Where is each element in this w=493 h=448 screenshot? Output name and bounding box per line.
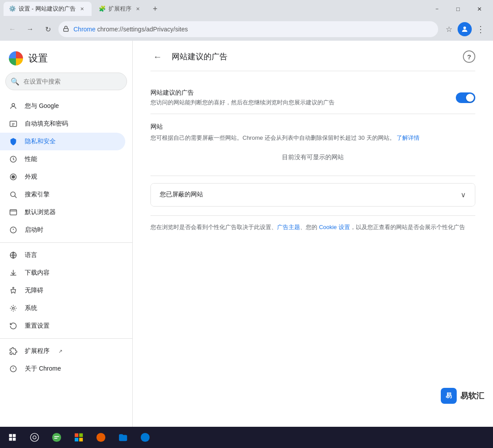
svg-point-24 [33, 436, 36, 439]
settings-tab-title: 设置 - 网站建议的广告 [19, 5, 76, 13]
sidebar-item-accessibility-label: 无障碍 [25, 287, 43, 295]
tab-extensions[interactable]: 🧩 扩展程序 ✕ [93, 2, 147, 16]
lock-icon [63, 26, 69, 33]
startup-icon [9, 226, 18, 234]
maximize-button[interactable]: □ [448, 2, 468, 16]
sidebar-item-privacy[interactable]: 隐私和安全 [0, 133, 125, 150]
settings-panel: ← 网站建议的广告 ? 网站建议的广告 您访问的网站能判断您的喜好，然后在您继续… [133, 41, 493, 241]
close-button[interactable]: ✕ [469, 2, 489, 16]
sidebar-item-extensions[interactable]: 扩展程序 ↗ [0, 342, 125, 360]
sidebar-item-performance[interactable]: 性能 [0, 150, 125, 168]
default-browser-icon [9, 208, 18, 217]
downloads-icon [9, 268, 18, 277]
svg-rect-22 [13, 438, 16, 441]
svg-point-30 [96, 433, 105, 442]
sidebar-item-startup-label: 启动时 [25, 226, 43, 234]
sidebar-divider-2 [0, 338, 132, 339]
chevron-down-icon: ∨ [461, 191, 466, 199]
svg-rect-9 [10, 210, 17, 215]
search-icon: 🔍 [11, 77, 19, 86]
search-input[interactable] [5, 73, 127, 90]
refresh-button[interactable]: ↻ [41, 22, 55, 36]
new-tab-button[interactable]: + [149, 3, 162, 15]
svg-rect-28 [75, 438, 78, 441]
help-button[interactable]: ? [463, 50, 475, 63]
learn-more-link[interactable]: 了解详情 [397, 134, 420, 141]
address-container[interactable]: Chrome chrome://settings/adPrivacy/sites [58, 21, 438, 37]
taskbar-files[interactable] [112, 428, 134, 447]
bookmark-button[interactable]: ☆ [442, 22, 456, 36]
taskbar-start[interactable] [2, 428, 23, 447]
ad-topics-link[interactable]: 广告主题 [277, 224, 300, 230]
sidebar-item-search[interactable]: 搜索引擎 [0, 186, 125, 203]
settings-tab-close[interactable]: ✕ [78, 5, 86, 13]
address-input[interactable]: Chrome chrome://settings/adPrivacy/sites [58, 21, 438, 37]
sidebar-item-appearance[interactable]: 外观 [0, 168, 125, 186]
settings-page: 设置 🔍 您与 Google [0, 41, 493, 427]
taskbar-blue-app[interactable] [135, 428, 156, 447]
sidebar-item-reset-label: 重置设置 [25, 322, 50, 330]
svg-point-31 [141, 433, 150, 442]
websites-section-title: 网站 [150, 123, 475, 131]
footer-text-before: 您在浏览时是否会看到个性化广告取决于此设置、 [150, 224, 277, 230]
accessibility-icon [9, 286, 18, 295]
tabs-container: ⚙️ 设置 - 网站建议的广告 ✕ 🧩 扩展程序 ✕ + [4, 2, 162, 16]
tab-settings[interactable]: ⚙️ 设置 - 网站建议的广告 ✕ [4, 2, 92, 16]
watermark-logo: 易 [441, 388, 457, 404]
privacy-icon [9, 137, 18, 146]
back-button[interactable]: ← [5, 22, 19, 36]
extensions-tab-icon: 🧩 [99, 5, 106, 12]
svg-point-1 [463, 27, 466, 29]
sidebar-item-extensions-label: 扩展程序 [25, 347, 50, 355]
reset-icon [9, 322, 18, 330]
menu-button[interactable]: ⋮ [474, 22, 488, 36]
sidebar-item-google-label: 您与 Google [25, 102, 59, 110]
svg-point-23 [31, 433, 39, 441]
ad-toggle-row: 网站建议的广告 您访问的网站能判断您的喜好，然后在您继续浏览时向您展示建议的广告 [150, 82, 475, 114]
system-icon [9, 304, 18, 313]
svg-rect-26 [75, 433, 78, 437]
sidebar-item-accessibility[interactable]: 无障碍 [0, 282, 125, 299]
svg-point-6 [12, 176, 15, 178]
language-icon [9, 251, 18, 260]
browser-content: 设置 🔍 您与 Google [0, 41, 493, 427]
toggle-title: 网站建议的广告 [150, 89, 335, 97]
minimize-button[interactable]: － [427, 2, 447, 16]
svg-line-8 [15, 196, 16, 198]
external-link-icon: ↗ [58, 348, 62, 354]
ad-toggle[interactable] [456, 92, 475, 103]
footer-text-between2: ，以及您正查看的网站是否会展示个性化广告 [350, 224, 465, 230]
address-url: chrome://settings/adPrivacy/sites [97, 26, 188, 33]
autofill-icon [9, 119, 18, 128]
search-box[interactable]: 🔍 [5, 73, 127, 90]
taskbar-chat[interactable] [46, 428, 67, 447]
sidebar-item-autofill[interactable]: 自动填充和密码 [0, 115, 125, 133]
svg-point-7 [11, 192, 15, 197]
taskbar-store[interactable] [68, 428, 89, 447]
ws-desc-prefix: 您可根据自己的需要屏蔽一些网站。Chrome 还会从列表中自动删除保留时长超过 … [150, 134, 395, 141]
toggle-left: 网站建议的广告 您访问的网站能判断您的喜好，然后在您继续浏览时向您展示建议的广告 [150, 89, 335, 107]
sidebar-item-startup[interactable]: 启动时 [0, 221, 125, 239]
title-bar: ⚙️ 设置 - 网站建议的广告 ✕ 🧩 扩展程序 ✕ + － □ ✕ [0, 0, 493, 18]
footer-text-between1: 、您的 [300, 224, 319, 230]
taskbar-orange-app[interactable] [90, 428, 112, 447]
blocked-sites-header[interactable]: 您已屏蔽的网站 ∨ [151, 184, 475, 206]
sidebar-item-system[interactable]: 系统 [0, 299, 125, 317]
sidebar-item-default-browser[interactable]: 默认浏览器 [0, 203, 125, 221]
sidebar-divider-1 [0, 242, 132, 243]
cookie-settings-link[interactable]: Cookie 设置 [319, 224, 350, 230]
sidebar-item-downloads[interactable]: 下载内容 [0, 264, 125, 282]
forward-button[interactable]: → [23, 22, 37, 36]
profile-button[interactable] [458, 22, 472, 36]
footer-text: 您在浏览时是否会看到个性化广告取决于此设置、广告主题、您的 Cookie 设置，… [150, 223, 475, 232]
taskbar-browser[interactable] [24, 428, 45, 447]
sidebar-item-language[interactable]: 语言 [0, 246, 125, 264]
back-button[interactable]: ← [150, 50, 165, 64]
watermark: 易 易软汇 [441, 388, 484, 404]
sidebar-item-reset[interactable]: 重置设置 [0, 317, 125, 335]
sidebar-item-about[interactable]: 关于 Chrome [0, 360, 125, 378]
extensions-tab-title: 扩展程序 [108, 5, 131, 13]
extensions-tab-close[interactable]: ✕ [134, 5, 142, 13]
sidebar-item-google[interactable]: 您与 Google [0, 97, 125, 115]
sidebar-item-performance-label: 性能 [25, 155, 37, 163]
